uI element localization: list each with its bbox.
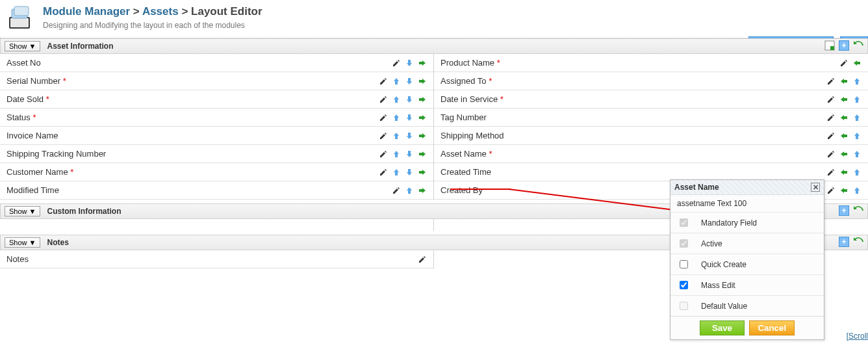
move-right-icon[interactable] bbox=[418, 131, 427, 140]
move-right-icon[interactable] bbox=[418, 150, 427, 159]
move-left-icon[interactable] bbox=[839, 186, 849, 195]
field-label: Invoice Name bbox=[6, 131, 379, 140]
move-down-icon[interactable] bbox=[405, 59, 414, 68]
edit-icon[interactable] bbox=[379, 131, 388, 140]
move-right-icon[interactable] bbox=[418, 113, 427, 122]
required-indicator: * bbox=[489, 76, 492, 86]
move-up-icon[interactable] bbox=[392, 150, 401, 159]
field-label: Shipping Method bbox=[440, 131, 826, 140]
required-indicator: * bbox=[70, 167, 73, 177]
popup-title: Asset Name bbox=[674, 183, 719, 192]
breadcrumb: Module Manager > Assets > Layout Editor bbox=[6, 4, 863, 18]
edit-icon[interactable] bbox=[392, 59, 401, 68]
move-up-icon[interactable] bbox=[852, 186, 862, 195]
field-row: Shipping Method bbox=[434, 127, 868, 145]
move-left-icon[interactable] bbox=[852, 59, 862, 68]
option-label: Mass Edit bbox=[701, 281, 735, 290]
save-button[interactable]: Save bbox=[700, 320, 745, 335]
move-left-icon[interactable] bbox=[839, 131, 849, 140]
move-down-icon[interactable] bbox=[405, 77, 414, 86]
edit-icon[interactable] bbox=[418, 255, 427, 264]
move-up-icon[interactable] bbox=[392, 95, 401, 104]
field-label: Assigned To * bbox=[440, 76, 826, 86]
move-down-icon[interactable] bbox=[405, 150, 414, 159]
move-left-icon[interactable] bbox=[839, 77, 849, 86]
add-field-icon[interactable]: + bbox=[839, 40, 849, 51]
show-dropdown-button[interactable]: Show ▼ bbox=[5, 237, 40, 248]
add-field-icon[interactable]: + bbox=[839, 237, 849, 247]
move-up-icon[interactable] bbox=[392, 131, 401, 140]
move-right-icon[interactable] bbox=[418, 186, 427, 195]
move-down-icon[interactable] bbox=[405, 168, 414, 177]
move-up-icon[interactable] bbox=[852, 150, 862, 159]
move-up-icon[interactable] bbox=[852, 113, 862, 122]
move-left-icon[interactable] bbox=[839, 113, 849, 122]
move-up-icon[interactable] bbox=[852, 168, 862, 177]
move-right-icon[interactable] bbox=[418, 95, 427, 104]
edit-icon[interactable] bbox=[826, 113, 836, 122]
breadcrumb-assets[interactable]: Assets bbox=[142, 5, 179, 18]
breadcrumb-current: Layout Editor bbox=[191, 5, 262, 18]
edit-icon[interactable] bbox=[392, 186, 401, 195]
breadcrumb-module-manager[interactable]: Module Manager bbox=[43, 5, 130, 18]
move-left-icon[interactable] bbox=[839, 150, 849, 159]
edit-icon[interactable] bbox=[826, 150, 836, 159]
configure-block-icon[interactable] bbox=[824, 40, 835, 51]
undo-icon[interactable] bbox=[853, 205, 863, 216]
move-left-icon[interactable] bbox=[839, 168, 849, 177]
svg-rect-3 bbox=[14, 7, 29, 16]
option-checkbox[interactable] bbox=[680, 260, 688, 268]
option-checkbox bbox=[680, 239, 688, 248]
move-up-icon[interactable] bbox=[392, 77, 401, 86]
edit-icon[interactable] bbox=[826, 186, 836, 195]
option-label: Active bbox=[701, 239, 722, 248]
move-left-icon[interactable] bbox=[839, 95, 849, 104]
show-dropdown-button[interactable]: Show ▼ bbox=[5, 206, 40, 216]
required-indicator: * bbox=[46, 94, 49, 104]
popup-option: Active bbox=[670, 233, 824, 254]
edit-icon[interactable] bbox=[826, 95, 836, 104]
block-title: Custom Information bbox=[47, 207, 121, 216]
move-up-icon[interactable] bbox=[852, 131, 862, 140]
required-indicator: * bbox=[32, 112, 36, 122]
cancel-button[interactable]: Cancel bbox=[749, 320, 795, 335]
block-asset-information: Show ▼ Asset Information + Asset No Seri… bbox=[0, 38, 868, 200]
show-dropdown-button[interactable]: Show ▼ bbox=[5, 41, 40, 51]
option-label: Default Value bbox=[701, 302, 747, 311]
move-down-icon[interactable] bbox=[405, 131, 414, 140]
undo-icon[interactable] bbox=[853, 40, 863, 51]
edit-icon[interactable] bbox=[826, 77, 836, 86]
field-label: Date Sold * bbox=[6, 94, 379, 104]
close-icon[interactable]: ✕ bbox=[811, 183, 820, 192]
move-right-icon[interactable] bbox=[418, 168, 427, 177]
field-label: Status * bbox=[6, 112, 379, 122]
option-checkbox[interactable] bbox=[680, 281, 688, 289]
add-field-icon[interactable]: + bbox=[839, 205, 849, 216]
edit-icon[interactable] bbox=[379, 150, 388, 159]
move-up-icon[interactable] bbox=[392, 168, 401, 177]
move-up-icon[interactable] bbox=[405, 186, 414, 195]
move-up-icon[interactable] bbox=[852, 77, 862, 86]
move-down-icon[interactable] bbox=[405, 113, 414, 122]
edit-icon[interactable] bbox=[379, 95, 388, 104]
block-title: Notes bbox=[47, 238, 68, 247]
field-row: Serial Number * bbox=[0, 72, 433, 90]
field-row: Shipping Tracking Number bbox=[0, 145, 433, 163]
edit-icon[interactable] bbox=[826, 168, 836, 177]
move-right-icon[interactable] bbox=[418, 59, 427, 68]
move-up-icon[interactable] bbox=[852, 95, 862, 104]
undo-icon[interactable] bbox=[853, 237, 863, 247]
edit-icon[interactable] bbox=[839, 59, 849, 68]
move-right-icon[interactable] bbox=[418, 77, 427, 86]
edit-icon[interactable] bbox=[826, 131, 836, 140]
popup-option: Default Value bbox=[670, 295, 824, 316]
module-icon bbox=[6, 4, 35, 33]
move-down-icon[interactable] bbox=[405, 95, 414, 104]
field-row: Invoice Name bbox=[0, 127, 433, 145]
edit-icon[interactable] bbox=[379, 168, 388, 177]
edit-icon[interactable] bbox=[379, 113, 388, 122]
field-row: Assigned To * bbox=[434, 72, 868, 90]
move-up-icon[interactable] bbox=[392, 113, 401, 122]
edit-icon[interactable] bbox=[379, 77, 388, 86]
scroll-link[interactable]: [Scroll bbox=[847, 332, 868, 341]
